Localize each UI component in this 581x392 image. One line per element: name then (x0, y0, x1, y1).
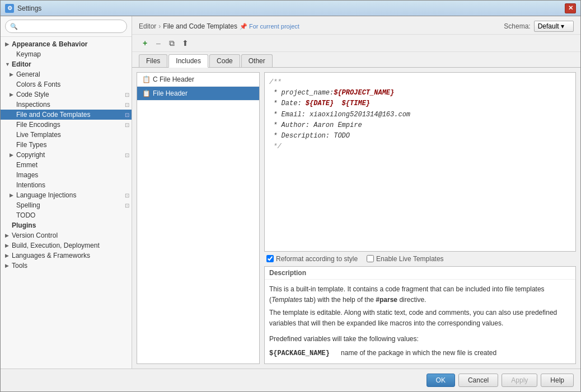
live-templates-label: Enable Live Templates (376, 255, 444, 263)
description-header: Description (265, 267, 575, 280)
sidebar: ▶ Appearance & Behavior Keymap ▼ Editor … (1, 16, 132, 369)
ok-button[interactable]: OK (427, 374, 455, 387)
template-item-c-file-header[interactable]: 📋 C File Header (137, 73, 259, 87)
sidebar-item-code-style[interactable]: ▶ Code Style ⊡ (1, 89, 132, 100)
sidebar-item-editor[interactable]: ▼ Editor (1, 59, 132, 69)
desc-bold: #parse (376, 296, 397, 304)
sidebar-item-tools[interactable]: ▶ Tools (1, 261, 132, 271)
breadcrumb-separator: › (158, 22, 161, 30)
description-body: This is a built-in template. It contains… (265, 280, 575, 363)
settings-tree: ▶ Appearance & Behavior Keymap ▼ Editor … (1, 37, 132, 369)
live-templates-option: Enable Live Templates (367, 255, 444, 263)
code-line-4: * Email: xiaoxilong5201314@163.com (269, 110, 571, 120)
template-list: 📋 C File Header 📋 File Header (137, 72, 260, 364)
tab-includes[interactable]: Includes (168, 54, 208, 68)
code-line-2: * project_name:${PROJECT_NAME} (269, 88, 571, 98)
code-line-1: /** (269, 77, 571, 88)
sidebar-item-emmet[interactable]: Emmet (1, 160, 132, 170)
code-line-3: * Date: ${DATE} ${TIME} (269, 98, 571, 109)
search-input[interactable] (5, 20, 127, 33)
panel-body: 📋 C File Header 📋 File Header /** * proj… (132, 68, 580, 369)
tab-code[interactable]: Code (209, 54, 240, 67)
schema-dropdown[interactable]: Default ▾ (534, 21, 574, 32)
sidebar-item-keymap[interactable]: Keymap (1, 49, 132, 59)
tabs-bar: Files Includes Code Other (132, 52, 580, 68)
breadcrumb-current: File and Code Templates (163, 22, 237, 30)
remove-button[interactable]: – (152, 37, 165, 49)
sidebar-item-version-control[interactable]: ▶ Version Control (1, 230, 132, 240)
sidebar-item-intentions[interactable]: Intentions (1, 180, 132, 190)
tab-other[interactable]: Other (241, 54, 273, 67)
schema-label: Schema: (504, 22, 530, 30)
code-line-7: */ (269, 141, 571, 152)
editor-options: Reformat according to style Enable Live … (264, 252, 576, 266)
breadcrumb-editor: Editor (139, 22, 156, 30)
sidebar-item-plugins[interactable]: Plugins (1, 220, 132, 230)
code-editor[interactable]: /** * project_name:${PROJECT_NAME} * Dat… (264, 72, 576, 252)
sidebar-item-live-templates[interactable]: Live Templates (1, 130, 132, 140)
description-section: Description This is a built-in template.… (264, 266, 576, 364)
reformat-option: Reformat according to style (266, 255, 358, 263)
sidebar-item-copyright[interactable]: ▶ Copyright ⊡ (1, 150, 132, 160)
sidebar-item-spelling[interactable]: Spelling ⊡ (1, 200, 132, 210)
desc-italic: Templates (271, 296, 302, 304)
sidebar-item-inspections[interactable]: Inspections ⊡ (1, 100, 132, 110)
app-icon: ⚙ (5, 4, 14, 13)
help-button[interactable]: Help (541, 374, 574, 387)
titlebar: ⚙ Settings ✕ (1, 1, 580, 16)
window-title: Settings (17, 4, 565, 12)
live-templates-checkbox[interactable] (367, 255, 374, 262)
settings-window: ⚙ Settings ✕ ▶ Appearance & Behavior Key… (0, 0, 581, 392)
sidebar-item-file-types[interactable]: File Types (1, 140, 132, 150)
cancel-button[interactable]: Cancel (458, 374, 498, 387)
panel-header: Editor › File and Code Templates 📌 For c… (132, 16, 580, 35)
sidebar-item-todo[interactable]: TODO (1, 210, 132, 220)
bottom-bar: OK Cancel Apply Help (1, 369, 580, 391)
breadcrumb: Editor › File and Code Templates 📌 For c… (139, 22, 299, 30)
code-line-6: * Description: TODO (269, 131, 571, 141)
sidebar-item-file-encodings[interactable]: File Encodings ⊡ (1, 120, 132, 130)
breadcrumb-link[interactable]: 📌 For current project (240, 23, 299, 30)
apply-button[interactable]: Apply (502, 374, 537, 387)
template-icon: 📋 (142, 75, 151, 84)
template-item-file-header[interactable]: 📋 File Header (137, 87, 259, 101)
sidebar-item-build-exec[interactable]: ▶ Build, Execution, Deployment (1, 240, 132, 251)
toolbar: + – ⧉ ⬆ (132, 35, 580, 52)
reformat-checkbox[interactable] (266, 255, 274, 262)
copy-button[interactable]: ⧉ (166, 37, 178, 49)
export-button[interactable]: ⬆ (179, 37, 191, 49)
sidebar-item-appearance[interactable]: ▶ Appearance & Behavior (1, 39, 132, 49)
arrow-icon: ▼ (5, 62, 12, 67)
arrow-icon: ▶ (5, 41, 12, 47)
editor-section: /** * project_name:${PROJECT_NAME} * Dat… (264, 72, 576, 364)
sidebar-item-general[interactable]: ▶ General (1, 69, 132, 79)
sidebar-item-colors-fonts[interactable]: Colors & Fonts (1, 79, 132, 89)
close-button[interactable]: ✕ (565, 3, 576, 13)
add-button[interactable]: + (139, 37, 151, 49)
main-panel: Editor › File and Code Templates 📌 For c… (132, 16, 580, 369)
sidebar-item-images[interactable]: Images (1, 170, 132, 180)
sidebar-item-language-injections[interactable]: ▶ Language Injections ⊡ (1, 190, 132, 200)
tab-files[interactable]: Files (139, 54, 167, 67)
code-line-5: * Author: Aaron Empire (269, 120, 571, 131)
reformat-label: Reformat according to style (276, 255, 358, 263)
sidebar-item-file-code-templates[interactable]: File and Code Templates ⊡ (1, 110, 132, 120)
search-box (1, 16, 132, 37)
sidebar-item-languages[interactable]: ▶ Languages & Frameworks (1, 251, 132, 261)
template-icon: 📋 (142, 89, 151, 98)
